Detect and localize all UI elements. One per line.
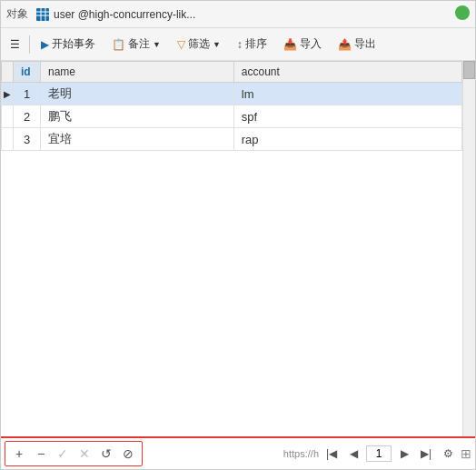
statusbar: + − ✓ ✕ ↺ ⊘ https://h |◀ ◀ ▶ ▶| ⚙ ⊞	[1, 436, 475, 469]
transaction-label: 开始事务	[52, 36, 95, 52]
table-wrapper[interactable]: id name account ▶1老明lm2鹏飞spf3宜培rap	[1, 61, 462, 436]
export-icon: 📤	[338, 38, 352, 51]
cell-account[interactable]: spf	[233, 105, 461, 128]
table-area: id name account ▶1老明lm2鹏飞spf3宜培rap	[1, 61, 462, 436]
data-table: id name account ▶1老明lm2鹏飞spf3宜培rap	[1, 61, 462, 151]
col-header-arrow	[2, 62, 14, 83]
table-row[interactable]: 2鹏飞spf	[2, 105, 462, 128]
table-body: ▶1老明lm2鹏飞spf3宜培rap	[2, 83, 462, 151]
add-row-button[interactable]: +	[9, 444, 29, 464]
cell-name[interactable]: 鹏飞	[41, 105, 234, 128]
delete-row-button[interactable]: −	[31, 444, 51, 464]
cell-id[interactable]: 3	[14, 128, 41, 151]
import-button[interactable]: 📥 导入	[276, 33, 329, 55]
transaction-icon: ▶	[41, 38, 49, 51]
comment-button[interactable]: 📋 备注 ▼	[104, 33, 168, 55]
sort-label: 排序	[245, 36, 267, 52]
import-icon: 📥	[283, 38, 297, 51]
scrollbar-thumb[interactable]	[463, 61, 475, 79]
tab-title: user @high-concurrency-lik...	[54, 8, 195, 21]
refresh-button[interactable]: ↺	[96, 444, 116, 464]
prev-page-button[interactable]: ◀	[344, 445, 362, 463]
titlebar-left: 对象 user @high-concurrency-lik...	[6, 6, 195, 22]
table-row[interactable]: 3宜培rap	[2, 128, 462, 151]
row-selector	[2, 105, 14, 128]
stop-button[interactable]: ⊘	[118, 444, 138, 464]
row-selector	[2, 128, 14, 151]
hamburger-menu-button[interactable]: ☰	[5, 35, 25, 55]
filter-label: 筛选	[188, 36, 210, 52]
table-svg-icon	[35, 7, 50, 22]
cell-name[interactable]: 宜培	[41, 128, 234, 151]
object-label: 对象	[6, 6, 28, 22]
sort-button[interactable]: ↕ 排序	[230, 33, 274, 55]
filter-dropdown-icon: ▼	[213, 40, 221, 49]
filter-button[interactable]: ▽ 筛选 ▼	[170, 33, 228, 55]
content-area: id name account ▶1老明lm2鹏飞spf3宜培rap	[1, 61, 475, 436]
confirm-button[interactable]: ✓	[53, 444, 73, 464]
comment-dropdown-icon: ▼	[153, 40, 161, 49]
cell-id[interactable]: 1	[14, 83, 41, 105]
export-button[interactable]: 📤 导出	[331, 33, 383, 55]
sort-icon: ↕	[237, 38, 243, 51]
titlebar: 对象 user @high-concurrency-lik...	[1, 1, 475, 28]
toolbar: ☰ ▶ 开始事务 📋 备注 ▼ ▽ 筛选 ▼ ↕ 排序 📥 导入 📤 导出	[1, 28, 475, 61]
grid-view-icon[interactable]: ⊞	[461, 446, 471, 461]
comment-icon: 📋	[112, 38, 125, 51]
statusbar-right: https://h |◀ ◀ ▶ ▶| ⚙ ⊞	[283, 445, 471, 463]
main-window: 对象 user @high-concurrency-lik... ☰ ▶	[0, 0, 476, 470]
next-page-button[interactable]: ▶	[395, 445, 413, 463]
table-icon	[35, 7, 50, 22]
comment-label: 备注	[128, 36, 150, 52]
filter-icon: ▽	[177, 38, 185, 51]
settings-icon[interactable]: ⚙	[439, 445, 457, 463]
last-page-button[interactable]: ▶|	[417, 445, 435, 463]
cell-account[interactable]: lm	[233, 83, 461, 105]
cell-name[interactable]: 老明	[41, 83, 234, 105]
row-selector: ▶	[2, 83, 14, 105]
first-page-button[interactable]: |◀	[322, 445, 341, 463]
cell-id[interactable]: 2	[14, 105, 41, 128]
transaction-button[interactable]: ▶ 开始事务	[34, 33, 103, 55]
vertical-scrollbar[interactable]	[462, 61, 475, 436]
url-text: https://h	[283, 448, 319, 459]
col-header-account[interactable]: account	[233, 62, 461, 83]
col-header-name[interactable]: name	[41, 62, 234, 83]
table-header-row: id name account	[2, 62, 462, 83]
titlebar-right	[455, 5, 470, 23]
svg-rect-0	[36, 8, 49, 21]
statusbar-action-buttons: + − ✓ ✕ ↺ ⊘	[5, 441, 143, 466]
import-label: 导入	[300, 36, 322, 52]
table-row[interactable]: ▶1老明lm	[2, 83, 462, 105]
connection-status-icon	[455, 5, 470, 20]
hamburger-icon: ☰	[10, 38, 20, 51]
cancel-edit-button[interactable]: ✕	[74, 444, 94, 464]
export-label: 导出	[354, 36, 376, 52]
cell-account[interactable]: rap	[233, 128, 461, 151]
col-header-id[interactable]: id	[14, 62, 41, 83]
page-number-input[interactable]	[366, 445, 392, 462]
toolbar-separator-1	[29, 35, 30, 54]
